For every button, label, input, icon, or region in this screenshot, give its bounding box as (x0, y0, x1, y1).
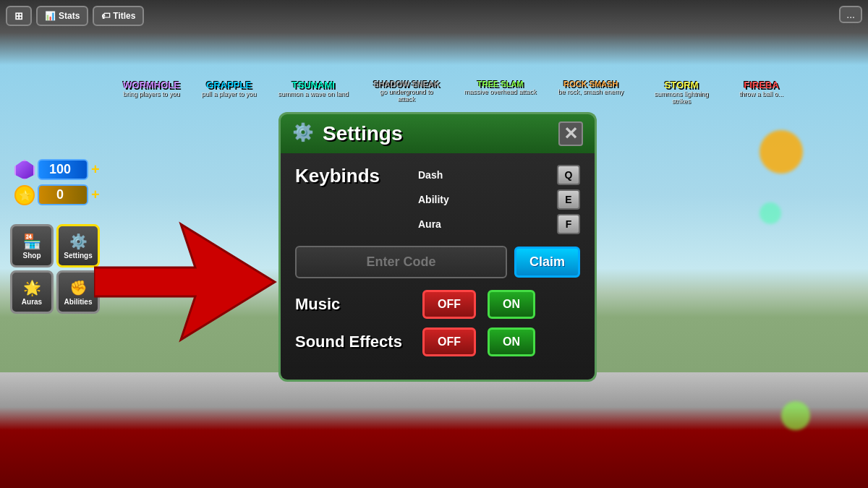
skill-wormhole: WORMHOLE bring players to you (123, 80, 180, 105)
titles-icon: 🏷 (101, 11, 110, 21)
skill-desc: go underground to attack (370, 88, 443, 103)
modal-body: Keybinds Dash Q Ability E Aura F Claim (278, 153, 597, 382)
stars-value: 0 (38, 184, 88, 205)
bg-orb (760, 202, 781, 224)
gem-icon (14, 160, 35, 180)
music-off-button[interactable]: OFF (422, 290, 476, 319)
skill-rock-smash: ROCK SMASH be rock, smash enemy (558, 80, 624, 105)
leaderboard-btn[interactable]: 📊 Stats (36, 6, 88, 26)
skill-desc: throw a ball o... (739, 90, 783, 98)
shop-button[interactable]: 🏪 Shop (10, 224, 54, 267)
skill-desc: be rock, smash enemy (558, 88, 624, 95)
keybind-dash: Dash Q (418, 165, 580, 185)
skill-name: ROCK SMASH (563, 80, 618, 88)
modal-title-area: ⚙️ Settings (292, 122, 402, 145)
keybinds-list: Dash Q Ability E Aura F (418, 165, 580, 234)
abilities-icon: ✊ (69, 279, 88, 296)
shop-label: Shop (23, 252, 41, 260)
enter-code-section: Claim (295, 246, 580, 278)
keybind-ability-key[interactable]: E (557, 189, 580, 210)
auras-button[interactable]: 🌟 Auras (10, 270, 54, 314)
skill-shadow-sneak: SHADOW SNEAK go underground to attack (370, 80, 443, 105)
more-btn[interactable]: ... (839, 6, 862, 23)
keybinds-section: Keybinds Dash Q Ability E Aura F (295, 165, 580, 234)
settings-button[interactable]: ⚙️ Settings (56, 224, 100, 267)
skill-name: GRAPPLE (206, 80, 252, 90)
keybind-aura-label: Aura (418, 218, 441, 230)
skill-desc: massive overhead attack (464, 88, 537, 95)
titles-btn[interactable]: 🏷 Titles (93, 6, 144, 26)
keybinds-label: Keybinds (295, 165, 404, 187)
enter-code-input[interactable] (295, 246, 507, 278)
stats-icon: 📊 (45, 11, 56, 21)
skill-name: TSUNAMI (292, 80, 334, 90)
titles-label: Titles (113, 11, 135, 21)
music-on-button[interactable]: ON (488, 290, 535, 319)
skill-desc: bring players to you (123, 90, 180, 98)
star-icon: ⭐ (14, 185, 35, 205)
skill-desc: pull a player to you (202, 90, 257, 98)
music-section: Music OFF ON (295, 290, 580, 319)
auras-label: Auras (22, 298, 42, 306)
skill-name: TREE SLAM (477, 80, 524, 88)
modal-close-button[interactable]: ✕ (558, 121, 583, 146)
stars-row: ⭐ 0 + (14, 184, 100, 205)
keybind-dash-label: Dash (418, 169, 443, 181)
keybind-dash-key[interactable]: Q (557, 165, 580, 185)
currency-display: 100 + ⭐ 0 + (14, 159, 100, 205)
bg-floor (0, 372, 868, 488)
stars-plus-btn[interactable]: + (91, 187, 100, 203)
music-label: Music (295, 295, 411, 314)
skill-tree-slam: TREE SLAM massive overhead attack (464, 80, 537, 105)
gems-row: 100 + (14, 159, 100, 180)
claim-button[interactable]: Claim (514, 247, 580, 278)
stats-label: Stats (59, 11, 80, 21)
sound-effects-label: Sound Effects (295, 333, 411, 351)
svg-marker-0 (94, 224, 275, 340)
keybind-aura: Aura F (418, 214, 580, 234)
settings-icon: ⚙️ (69, 233, 88, 250)
skill-name: WORMHOLE (123, 80, 180, 90)
side-buttons: 🏪 Shop ⚙️ Settings 🌟 Auras ✊ Abilities (10, 224, 100, 314)
sound-effects-section: Sound Effects OFF ON (295, 328, 580, 356)
skill-fireball: FIREBA throw a ball o... (739, 80, 783, 105)
skill-storm: STORM summons lightning strikes (645, 80, 718, 105)
skill-name: FIREBA (744, 80, 778, 90)
abilities-button[interactable]: ✊ Abilities (56, 270, 100, 314)
gems-value: 100 (38, 159, 88, 180)
more-label: ... (846, 9, 855, 20)
modal-header: ⚙️ Settings ✕ (278, 112, 597, 153)
auras-icon: 🌟 (23, 279, 41, 296)
sound-effects-off-button[interactable]: OFF (422, 328, 476, 356)
settings-modal: ⚙️ Settings ✕ Keybinds Dash Q Ability E … (278, 112, 597, 382)
roblox-icon-btn[interactable]: ⊞ (6, 6, 32, 26)
abilities-label: Abilities (64, 298, 93, 306)
bg-orb (760, 130, 803, 174)
skill-desc: summon a wave on land (278, 90, 349, 98)
skill-desc: summons lightning strikes (645, 90, 718, 105)
skill-name: STORM (665, 80, 699, 90)
keybind-ability: Ability E (418, 189, 580, 210)
skill-bar: WORMHOLE bring players to you GRAPPLE pu… (116, 80, 868, 105)
shop-icon: 🏪 (23, 233, 41, 250)
gear-icon: ⚙️ (292, 122, 315, 145)
keybind-ability-label: Ability (418, 194, 449, 205)
settings-label: Settings (64, 252, 92, 260)
modal-title: Settings (323, 122, 402, 145)
sound-effects-on-button[interactable]: ON (488, 328, 535, 356)
gems-plus-btn[interactable]: + (91, 161, 100, 178)
top-bar: ⊞ 📊 Stats 🏷 Titles (6, 6, 144, 26)
bg-orb (781, 401, 810, 430)
skill-name: SHADOW SNEAK (373, 80, 440, 88)
skill-tsunami: TSUNAMI summon a wave on land (278, 80, 349, 105)
keybind-aura-key[interactable]: F (557, 214, 580, 234)
skill-grapple: GRAPPLE pull a player to you (202, 80, 257, 105)
